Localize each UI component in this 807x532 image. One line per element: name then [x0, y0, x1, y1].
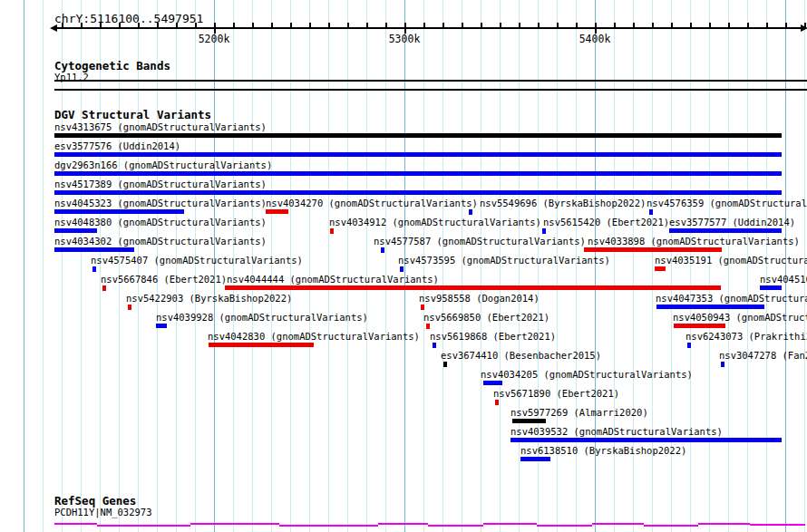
- ruler-minor-tick: [309, 23, 311, 28]
- variant-bar[interactable]: [760, 285, 782, 290]
- variant-label[interactable]: nsv5977269 (Almarri2020): [510, 407, 648, 419]
- gene-segment[interactable]: [279, 525, 378, 527]
- variant-label[interactable]: nsv4577587 (gnomADStructuralVariants): [374, 236, 586, 247]
- variant-bar[interactable]: [266, 209, 288, 214]
- variant-tick[interactable]: [421, 305, 424, 310]
- variant-label[interactable]: nsv5615420 (Ebert2021): [543, 217, 669, 228]
- variant-bar[interactable]: [669, 228, 782, 233]
- variant-label[interactable]: nsv4033898 (gnomADStructuralVariants): [588, 236, 800, 247]
- variant-bar[interactable]: [520, 457, 550, 461]
- gridline-minor: [43, 0, 44, 532]
- gene-segment[interactable]: [54, 523, 97, 525]
- variant-label[interactable]: nsv3047278 (Fan2: [719, 350, 807, 362]
- variant-bar[interactable]: [674, 324, 725, 328]
- ruler-minor-tick: [785, 23, 787, 28]
- variant-tick[interactable]: [381, 247, 384, 253]
- variant-label[interactable]: nsv4045323 (gnomADStructuralVariants): [54, 198, 267, 209]
- variant-bar[interactable]: [656, 305, 764, 309]
- variant-label[interactable]: esv3577577 (Uddin2014): [669, 217, 795, 228]
- gene-segment[interactable]: [537, 525, 592, 527]
- variant-tick[interactable]: [469, 209, 472, 215]
- variant-label[interactable]: dgv2963n166 (gnomADStructuralVariants): [54, 160, 272, 171]
- variant-bar[interactable]: [54, 152, 782, 157]
- variant-bar[interactable]: [54, 133, 782, 138]
- variant-bar[interactable]: [483, 381, 502, 385]
- variant-label[interactable]: esv3674410 (Besenbacher2015): [441, 350, 601, 362]
- variant-label[interactable]: nsv404516: [760, 274, 807, 285]
- variant-tick[interactable]: [721, 362, 724, 367]
- gene-segment[interactable]: [698, 523, 750, 525]
- variant-label[interactable]: nsv4035191 (gnomADStructural: [655, 255, 807, 266]
- variant-label[interactable]: nsv5619868 (Ebert2021): [430, 331, 556, 343]
- variant-tick[interactable]: [102, 285, 106, 291]
- gene-segment[interactable]: [592, 523, 644, 525]
- variant-label[interactable]: nsv4313675 (gnomADStructuralVariants): [54, 121, 267, 133]
- variant-label[interactable]: nsv4050943 (gnomADStructu: [673, 312, 807, 324]
- ruler-tick-label: 5300k: [389, 34, 421, 44]
- variant-label[interactable]: nsv4573595 (gnomADStructuralVariants): [398, 255, 610, 266]
- ruler-minor-tick: [233, 23, 235, 28]
- variant-label[interactable]: nsv4047353 (gnomADStructural: [656, 293, 807, 305]
- gene-segment[interactable]: [97, 525, 190, 527]
- variant-label[interactable]: nsv4517389 (gnomADStructuralVariants): [54, 179, 267, 190]
- variant-tick[interactable]: [433, 343, 436, 348]
- variant-bar[interactable]: [225, 285, 721, 290]
- ruler-minor-tick: [690, 23, 692, 28]
- variant-label[interactable]: nsv4044444 (gnomADStructuralVariants): [227, 274, 439, 285]
- variant-label[interactable]: nsv4576359 (gnomADStructuralV: [647, 198, 807, 209]
- variant-label[interactable]: nsv4575407 (gnomADStructuralVariants): [91, 255, 303, 266]
- variant-label[interactable]: nsv5671890 (Ebert2021): [493, 388, 619, 400]
- ruler-minor-tick: [62, 23, 63, 28]
- track-title-dgv-structural-variants: DGV Structural Variants: [54, 109, 211, 121]
- variant-label[interactable]: nsv5549696 (ByrskaBishop2022): [480, 198, 646, 209]
- variant-label[interactable]: nsv4039532 (gnomADStructuralVariants): [510, 426, 723, 438]
- variant-label[interactable]: nsv4034912 (gnomADStructuralVariants): [329, 217, 541, 228]
- variant-label[interactable]: nsv4034302 (gnomADStructuralVariants): [54, 236, 267, 247]
- variant-label[interactable]: nsv4048380 (gnomADStructuralVariants): [54, 217, 267, 228]
- variant-label[interactable]: nsv6243073 (Prakrithi2: [685, 331, 807, 343]
- variant-label[interactable]: nsv4042830 (gnomADStructuralVariants): [208, 331, 420, 343]
- variant-label[interactable]: nsv4034270 (gnomADStructuralVariants): [266, 198, 478, 209]
- variant-bar[interactable]: [54, 228, 97, 233]
- variant-bar[interactable]: [584, 247, 722, 252]
- ruler-minor-tick: [728, 23, 730, 28]
- ruler-tick-label: 5400k: [579, 34, 611, 44]
- variant-bar[interactable]: [54, 209, 184, 214]
- track-title-refseq-genes: RefSeq Genes: [54, 495, 136, 507]
- variant-bar[interactable]: [655, 266, 666, 271]
- variant-label[interactable]: nsv4034205 (gnomADStructuralVariants): [481, 369, 693, 381]
- variant-tick[interactable]: [495, 400, 499, 405]
- ruler-minor-tick: [500, 23, 501, 28]
- variant-label[interactable]: nsv5667846 (Ebert2021): [101, 274, 227, 285]
- variant-tick[interactable]: [542, 228, 546, 234]
- gene-segment[interactable]: [644, 525, 698, 527]
- variant-tick[interactable]: [400, 266, 404, 272]
- gene-segment[interactable]: [428, 525, 483, 527]
- variant-label[interactable]: nsv4039928 (gnomADStructuralVariants): [156, 312, 368, 324]
- variant-bar[interactable]: [54, 190, 782, 195]
- gene-segment[interactable]: [750, 524, 805, 526]
- variant-bar[interactable]: [54, 171, 782, 176]
- variant-tick[interactable]: [687, 343, 691, 348]
- gene-name-label[interactable]: PCDH11Y|NM_032973: [54, 507, 151, 517]
- variant-tick[interactable]: [426, 324, 430, 329]
- variant-tick[interactable]: [649, 209, 653, 215]
- variant-label[interactable]: nsv5669850 (Ebert2021): [423, 312, 549, 324]
- variant-label[interactable]: nsv6138510 (ByrskaBishop2022): [520, 445, 686, 457]
- variant-tick[interactable]: [443, 362, 447, 367]
- variant-bar[interactable]: [512, 419, 546, 423]
- variant-label[interactable]: nsv958558 (Dogan2014): [419, 293, 540, 305]
- variant-label[interactable]: nsv5422903 (ByrskaBishop2022): [126, 293, 292, 305]
- variant-tick[interactable]: [128, 305, 131, 310]
- variant-bar[interactable]: [54, 247, 134, 252]
- gene-segment[interactable]: [378, 523, 428, 525]
- variant-tick[interactable]: [92, 266, 96, 272]
- variant-tick[interactable]: [330, 228, 334, 234]
- variant-bar[interactable]: [156, 324, 167, 328]
- ruler-minor-tick: [519, 23, 520, 28]
- gene-segment[interactable]: [483, 523, 537, 525]
- variant-bar[interactable]: [209, 343, 314, 347]
- variant-bar[interactable]: [510, 438, 782, 442]
- variant-label[interactable]: esv3577576 (Uddin2014): [54, 140, 180, 152]
- gene-segment[interactable]: [190, 523, 279, 525]
